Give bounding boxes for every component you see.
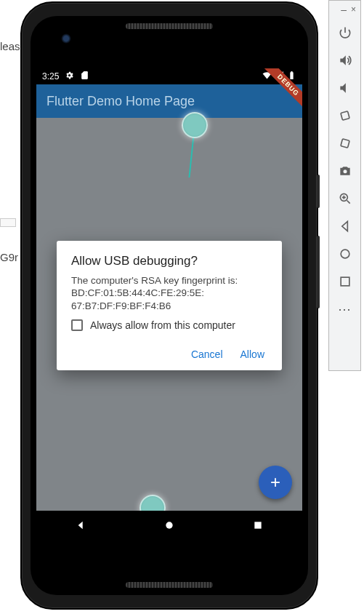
emulator-sidebar: – × ⋯: [328, 0, 361, 371]
emulator-more-button[interactable]: ⋯: [332, 296, 358, 322]
android-nav-bar: [36, 511, 302, 543]
device-screen: 3:25: [36, 68, 302, 543]
always-allow-checkbox[interactable]: [71, 319, 83, 331]
emulator-back-button[interactable]: [332, 213, 358, 239]
emulator-overview-button[interactable]: [332, 268, 358, 295]
nav-back-button[interactable]: [75, 519, 86, 534]
emulator-minimize-button[interactable]: –: [341, 4, 347, 15]
earpiece-bottom: [126, 582, 213, 588]
dialog-body: The computer's RSA key fingerprint is: B…: [71, 274, 267, 313]
emulator-zoom-button[interactable]: [332, 186, 358, 212]
phone-inner: 3:25: [31, 16, 308, 595]
always-allow-label: Always allow from this computer: [90, 319, 235, 331]
fab-add-button[interactable]: +: [259, 466, 292, 499]
emulator-power-button[interactable]: [332, 20, 358, 46]
svg-rect-4: [340, 111, 349, 120]
svg-rect-9: [341, 277, 349, 286]
svg-point-6: [343, 170, 347, 173]
plus-icon: +: [270, 472, 280, 493]
phone-side-button: [317, 175, 320, 208]
background-text: G9r: [0, 251, 18, 263]
emulator-screenshot-button[interactable]: [332, 158, 358, 184]
phone-frame: 3:25: [20, 1, 318, 610]
emulator-rotate-left-button[interactable]: [332, 103, 358, 129]
allow-button[interactable]: Allow: [240, 348, 264, 360]
emulator-rotate-right-button[interactable]: [332, 130, 358, 156]
svg-point-2: [166, 522, 172, 528]
emulator-volume-up-button[interactable]: [332, 47, 358, 73]
emulator-close-button[interactable]: ×: [351, 4, 356, 15]
emulator-volume-down-button[interactable]: [332, 75, 358, 101]
nav-home-button[interactable]: [163, 519, 175, 534]
svg-rect-3: [254, 522, 261, 528]
cancel-button[interactable]: Cancel: [191, 348, 223, 360]
background-box: [0, 218, 16, 227]
emulator-home-button[interactable]: [332, 241, 358, 267]
svg-rect-5: [340, 139, 349, 148]
dialog-title: Allow USB debugging?: [71, 254, 267, 268]
front-camera: [61, 33, 71, 44]
earpiece-top: [126, 23, 213, 29]
svg-point-8: [341, 250, 349, 258]
usb-debugging-dialog: Allow USB debugging? The computer's RSA …: [57, 241, 282, 371]
always-allow-row[interactable]: Always allow from this computer: [71, 319, 267, 331]
phone-side-button: [317, 236, 320, 308]
nav-overview-button[interactable]: [252, 519, 264, 534]
